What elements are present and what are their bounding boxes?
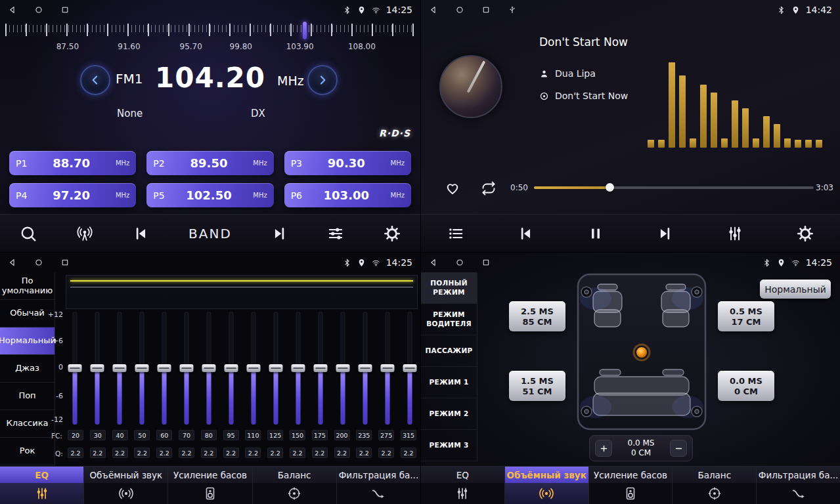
eq-band-slider[interactable] — [291, 312, 305, 425]
repeat-button[interactable] — [479, 178, 498, 198]
equalizer-button[interactable] — [327, 225, 344, 242]
audio-tab-3[interactable]: Усиление басов — [589, 467, 673, 504]
eq-band-slider[interactable] — [380, 312, 394, 425]
scan-button[interactable] — [20, 225, 37, 242]
equalizer-button[interactable] — [726, 225, 743, 242]
nav-home-icon[interactable] — [34, 258, 43, 267]
fc-value: 70 — [179, 430, 194, 440]
seek-down-button[interactable] — [132, 225, 149, 242]
q-value: 2.2 — [401, 448, 416, 458]
album-art — [439, 55, 502, 118]
audio-tab-5[interactable]: Фильтрация ба... — [337, 467, 420, 504]
preset-p6[interactable]: P6 103.00 MHz — [284, 183, 411, 207]
frequency-unit: MHz — [277, 74, 304, 88]
rear-right-delay-button[interactable]: 0.0 MS 0 CM — [718, 371, 774, 401]
audio-tab-1[interactable]: EQ — [421, 467, 505, 504]
decrease-button[interactable] — [670, 440, 687, 457]
visualizer-bar — [753, 138, 759, 148]
frequency-ruler[interactable] — [5, 24, 415, 39]
front-left-delay-button[interactable]: 2.5 MS 85 CM — [509, 301, 565, 331]
eq-band-slider[interactable] — [313, 312, 327, 425]
bluetooth-icon — [763, 259, 771, 267]
listening-mode-item[interactable]: РЕЖИМ 1 — [421, 367, 477, 398]
nav-back-icon[interactable] — [8, 258, 17, 267]
eq-preset-item[interactable]: По умолчанию — [0, 272, 55, 300]
listening-mode-item[interactable]: РЕЖИМ 3 — [421, 430, 477, 461]
tuner-indicator[interactable] — [303, 22, 307, 39]
preset-id: P2 — [153, 158, 164, 169]
pause-button[interactable] — [587, 225, 604, 242]
preset-unit: MHz — [116, 192, 129, 199]
preset-p5[interactable]: P5 102.50 MHz — [146, 183, 273, 207]
nav-recents-icon[interactable] — [60, 258, 70, 267]
eq-band-slider[interactable] — [157, 312, 171, 425]
fc-value: 30 — [90, 430, 106, 440]
nav-back-icon[interactable] — [429, 258, 438, 267]
audio-tab-2[interactable]: Объёмный звук — [505, 467, 589, 504]
playlist-button[interactable] — [447, 225, 464, 242]
audio-tab-3[interactable]: Усиление басов — [168, 467, 252, 504]
eq-band-slider[interactable] — [336, 312, 349, 425]
band-button[interactable]: BAND — [188, 226, 232, 242]
preset-p1[interactable]: P1 88.70 MHz — [9, 151, 136, 175]
listening-mode-item[interactable]: ПАССАЖИР — [421, 335, 477, 367]
bluetooth-icon — [777, 6, 785, 14]
delay-cm-value: 17 CM — [731, 317, 761, 327]
ruler-major-ticks — [5, 24, 415, 36]
preset-id: P6 — [291, 190, 302, 201]
gear-icon — [797, 225, 814, 242]
nav-back-icon[interactable] — [429, 5, 438, 14]
settings-button[interactable] — [797, 225, 814, 242]
nav-home-icon[interactable] — [455, 5, 464, 14]
eq-band-slider[interactable] — [68, 312, 81, 425]
audio-tab-4[interactable]: Баланс — [253, 467, 337, 504]
increase-button[interactable] — [595, 440, 612, 457]
eq-curve-display — [66, 275, 418, 309]
eq-band-slider[interactable] — [112, 312, 126, 425]
eq-band-slider[interactable] — [269, 312, 282, 425]
preset-p4[interactable]: P4 97.20 MHz — [9, 183, 136, 207]
nav-recents-icon[interactable] — [60, 5, 70, 14]
audio-tab-2[interactable]: Объёмный звук — [84, 467, 168, 504]
eq-band-slider[interactable] — [135, 312, 148, 425]
listening-mode-item[interactable]: РЕЖИМ ВОДИТЕЛЯ — [421, 304, 477, 335]
eq-band-slider[interactable] — [246, 312, 260, 425]
broadcast-button[interactable] — [76, 225, 93, 242]
favorite-button[interactable] — [443, 178, 462, 198]
seek-up-button[interactable] — [271, 225, 288, 242]
nav-recents-icon[interactable] — [481, 5, 491, 14]
previous-track-button[interactable] — [517, 225, 534, 242]
listening-mode-item[interactable]: РЕЖИМ 2 — [421, 398, 477, 430]
current-frequency: 104.20 — [155, 62, 265, 94]
front-right-delay-button[interactable]: 0.5 MS 17 CM — [718, 301, 774, 331]
audio-tab-5[interactable]: Фильтрация ба... — [757, 467, 840, 504]
eq-preset-item[interactable]: Рок — [0, 438, 55, 465]
nav-back-icon[interactable] — [8, 5, 17, 14]
fc-value: 175 — [312, 430, 328, 440]
eq-band-slider[interactable] — [403, 312, 416, 425]
preset-p2[interactable]: P2 89.50 MHz — [146, 151, 273, 175]
tune-down-button[interactable] — [80, 65, 110, 95]
audio-tab-4[interactable]: Баланс — [673, 467, 757, 504]
q-value: 2.2 — [290, 448, 305, 458]
tune-up-button[interactable] — [307, 65, 338, 95]
rear-left-delay-button[interactable]: 1.5 MS 51 CM — [509, 371, 565, 401]
eq-band-slider[interactable] — [202, 312, 215, 425]
seek-bar[interactable] — [534, 186, 814, 189]
nav-home-icon[interactable] — [34, 5, 43, 14]
surround-preset-button[interactable]: Нормальный — [760, 280, 831, 299]
preset-p3[interactable]: P3 90.30 MHz — [284, 151, 411, 175]
nav-home-icon[interactable] — [455, 258, 464, 267]
q-values: 2.22.22.22.22.22.22.22.22.22.22.22.22.22… — [68, 448, 416, 458]
eq-band-slider[interactable] — [90, 312, 104, 425]
seek-knob[interactable] — [606, 183, 614, 192]
eq-preset-item[interactable]: Классика — [0, 410, 55, 438]
eq-band-slider[interactable] — [224, 312, 238, 425]
settings-button[interactable] — [384, 225, 401, 242]
nav-recents-icon[interactable] — [481, 258, 491, 267]
next-track-button[interactable] — [657, 225, 674, 242]
audio-tab-1[interactable]: EQ — [0, 467, 84, 504]
eq-band-slider[interactable] — [358, 312, 372, 425]
eq-band-slider[interactable] — [179, 312, 193, 425]
listening-mode-item[interactable]: ПОЛНЫЙ РЕЖИМ — [421, 272, 477, 304]
